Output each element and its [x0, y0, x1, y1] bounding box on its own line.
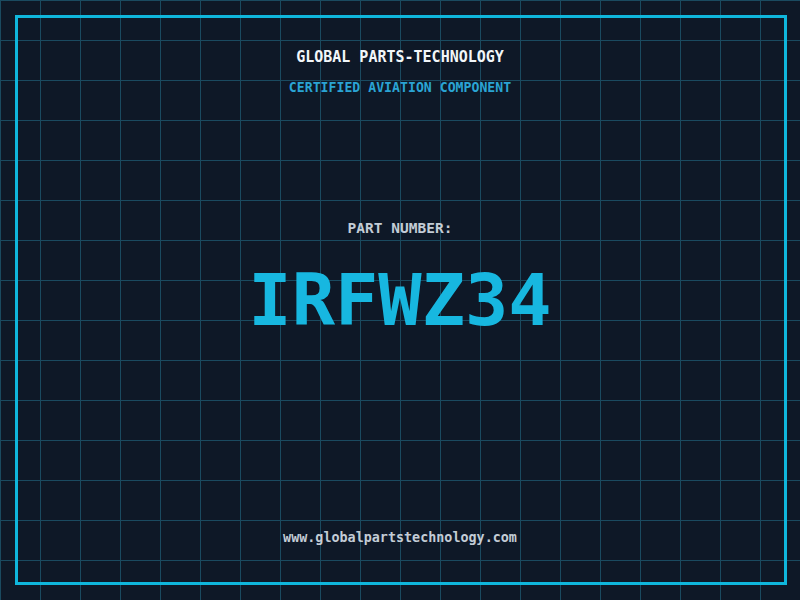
certification-subtitle: CERTIFIED AVIATION COMPONENT — [0, 81, 800, 94]
blueprint-page: GLOBAL PARTS-TECHNOLOGY CERTIFIED AVIATI… — [0, 0, 800, 600]
website-url: www.globalpartstechnology.com — [0, 531, 800, 544]
company-title: GLOBAL PARTS-TECHNOLOGY — [0, 50, 800, 65]
part-number-value: IRFWZ34 — [0, 264, 800, 336]
part-number-label: PART NUMBER: — [0, 221, 800, 236]
